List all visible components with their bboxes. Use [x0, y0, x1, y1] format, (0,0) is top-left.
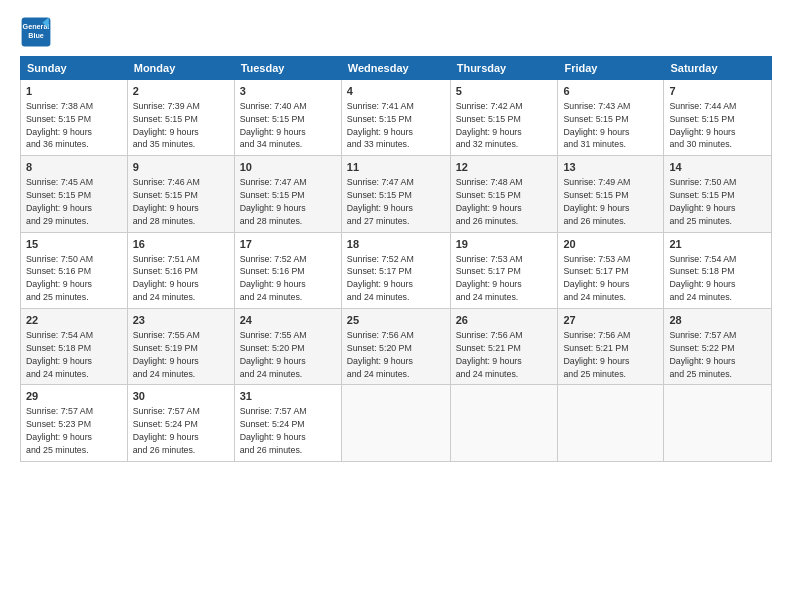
day-cell: 21Sunrise: 7:54 AM Sunset: 5:18 PM Dayli… — [664, 232, 772, 308]
day-cell: 5Sunrise: 7:42 AM Sunset: 5:15 PM Daylig… — [450, 80, 558, 156]
day-number: 26 — [456, 313, 553, 328]
day-cell: 17Sunrise: 7:52 AM Sunset: 5:16 PM Dayli… — [234, 232, 341, 308]
day-info: Sunrise: 7:56 AM Sunset: 5:21 PM Dayligh… — [563, 330, 630, 379]
day-info: Sunrise: 7:53 AM Sunset: 5:17 PM Dayligh… — [563, 254, 630, 303]
svg-text:Blue: Blue — [28, 31, 44, 40]
week-row-4: 22Sunrise: 7:54 AM Sunset: 5:18 PM Dayli… — [21, 309, 772, 385]
day-number: 3 — [240, 84, 336, 99]
day-number: 17 — [240, 237, 336, 252]
day-cell: 23Sunrise: 7:55 AM Sunset: 5:19 PM Dayli… — [127, 309, 234, 385]
week-row-1: 1Sunrise: 7:38 AM Sunset: 5:15 PM Daylig… — [21, 80, 772, 156]
day-info: Sunrise: 7:56 AM Sunset: 5:20 PM Dayligh… — [347, 330, 414, 379]
day-number: 10 — [240, 160, 336, 175]
day-number: 8 — [26, 160, 122, 175]
day-cell: 3Sunrise: 7:40 AM Sunset: 5:15 PM Daylig… — [234, 80, 341, 156]
day-info: Sunrise: 7:52 AM Sunset: 5:16 PM Dayligh… — [240, 254, 307, 303]
day-number: 4 — [347, 84, 445, 99]
header-row: SundayMondayTuesdayWednesdayThursdayFrid… — [21, 57, 772, 80]
day-info: Sunrise: 7:51 AM Sunset: 5:16 PM Dayligh… — [133, 254, 200, 303]
day-info: Sunrise: 7:53 AM Sunset: 5:17 PM Dayligh… — [456, 254, 523, 303]
page: General Blue SundayMondayTuesdayWednesda… — [0, 0, 792, 612]
day-number: 14 — [669, 160, 766, 175]
day-info: Sunrise: 7:40 AM Sunset: 5:15 PM Dayligh… — [240, 101, 307, 150]
day-number: 24 — [240, 313, 336, 328]
day-info: Sunrise: 7:57 AM Sunset: 5:23 PM Dayligh… — [26, 406, 93, 455]
day-number: 5 — [456, 84, 553, 99]
day-cell: 4Sunrise: 7:41 AM Sunset: 5:15 PM Daylig… — [341, 80, 450, 156]
col-header-thursday: Thursday — [450, 57, 558, 80]
day-info: Sunrise: 7:50 AM Sunset: 5:15 PM Dayligh… — [669, 177, 736, 226]
day-number: 28 — [669, 313, 766, 328]
day-cell: 30Sunrise: 7:57 AM Sunset: 5:24 PM Dayli… — [127, 385, 234, 461]
day-info: Sunrise: 7:49 AM Sunset: 5:15 PM Dayligh… — [563, 177, 630, 226]
day-info: Sunrise: 7:44 AM Sunset: 5:15 PM Dayligh… — [669, 101, 736, 150]
day-cell: 6Sunrise: 7:43 AM Sunset: 5:15 PM Daylig… — [558, 80, 664, 156]
day-cell — [341, 385, 450, 461]
col-header-monday: Monday — [127, 57, 234, 80]
day-cell: 15Sunrise: 7:50 AM Sunset: 5:16 PM Dayli… — [21, 232, 128, 308]
calendar-table: SundayMondayTuesdayWednesdayThursdayFrid… — [20, 56, 772, 462]
day-cell: 16Sunrise: 7:51 AM Sunset: 5:16 PM Dayli… — [127, 232, 234, 308]
calendar-body: 1Sunrise: 7:38 AM Sunset: 5:15 PM Daylig… — [21, 80, 772, 462]
day-number: 18 — [347, 237, 445, 252]
day-info: Sunrise: 7:54 AM Sunset: 5:18 PM Dayligh… — [669, 254, 736, 303]
day-number: 9 — [133, 160, 229, 175]
day-number: 21 — [669, 237, 766, 252]
day-cell: 29Sunrise: 7:57 AM Sunset: 5:23 PM Dayli… — [21, 385, 128, 461]
day-cell: 12Sunrise: 7:48 AM Sunset: 5:15 PM Dayli… — [450, 156, 558, 232]
day-number: 6 — [563, 84, 658, 99]
header: General Blue — [20, 16, 772, 48]
day-cell: 9Sunrise: 7:46 AM Sunset: 5:15 PM Daylig… — [127, 156, 234, 232]
day-number: 13 — [563, 160, 658, 175]
week-row-3: 15Sunrise: 7:50 AM Sunset: 5:16 PM Dayli… — [21, 232, 772, 308]
day-number: 7 — [669, 84, 766, 99]
day-info: Sunrise: 7:48 AM Sunset: 5:15 PM Dayligh… — [456, 177, 523, 226]
day-number: 16 — [133, 237, 229, 252]
day-cell: 26Sunrise: 7:56 AM Sunset: 5:21 PM Dayli… — [450, 309, 558, 385]
day-number: 30 — [133, 389, 229, 404]
day-cell — [450, 385, 558, 461]
day-number: 23 — [133, 313, 229, 328]
day-number: 20 — [563, 237, 658, 252]
day-number: 19 — [456, 237, 553, 252]
day-info: Sunrise: 7:47 AM Sunset: 5:15 PM Dayligh… — [240, 177, 307, 226]
week-row-2: 8Sunrise: 7:45 AM Sunset: 5:15 PM Daylig… — [21, 156, 772, 232]
day-info: Sunrise: 7:55 AM Sunset: 5:20 PM Dayligh… — [240, 330, 307, 379]
day-cell — [664, 385, 772, 461]
day-number: 22 — [26, 313, 122, 328]
day-number: 15 — [26, 237, 122, 252]
day-cell: 1Sunrise: 7:38 AM Sunset: 5:15 PM Daylig… — [21, 80, 128, 156]
col-header-wednesday: Wednesday — [341, 57, 450, 80]
day-number: 25 — [347, 313, 445, 328]
day-cell: 2Sunrise: 7:39 AM Sunset: 5:15 PM Daylig… — [127, 80, 234, 156]
logo-icon: General Blue — [20, 16, 52, 48]
day-info: Sunrise: 7:38 AM Sunset: 5:15 PM Dayligh… — [26, 101, 93, 150]
day-number: 27 — [563, 313, 658, 328]
day-number: 29 — [26, 389, 122, 404]
day-number: 2 — [133, 84, 229, 99]
day-number: 31 — [240, 389, 336, 404]
day-info: Sunrise: 7:52 AM Sunset: 5:17 PM Dayligh… — [347, 254, 414, 303]
day-info: Sunrise: 7:55 AM Sunset: 5:19 PM Dayligh… — [133, 330, 200, 379]
logo: General Blue — [20, 16, 52, 48]
day-info: Sunrise: 7:43 AM Sunset: 5:15 PM Dayligh… — [563, 101, 630, 150]
day-info: Sunrise: 7:47 AM Sunset: 5:15 PM Dayligh… — [347, 177, 414, 226]
day-cell — [558, 385, 664, 461]
week-row-5: 29Sunrise: 7:57 AM Sunset: 5:23 PM Dayli… — [21, 385, 772, 461]
day-cell: 19Sunrise: 7:53 AM Sunset: 5:17 PM Dayli… — [450, 232, 558, 308]
day-cell: 13Sunrise: 7:49 AM Sunset: 5:15 PM Dayli… — [558, 156, 664, 232]
day-cell: 28Sunrise: 7:57 AM Sunset: 5:22 PM Dayli… — [664, 309, 772, 385]
day-cell: 25Sunrise: 7:56 AM Sunset: 5:20 PM Dayli… — [341, 309, 450, 385]
day-info: Sunrise: 7:57 AM Sunset: 5:24 PM Dayligh… — [240, 406, 307, 455]
col-header-friday: Friday — [558, 57, 664, 80]
col-header-tuesday: Tuesday — [234, 57, 341, 80]
day-cell: 11Sunrise: 7:47 AM Sunset: 5:15 PM Dayli… — [341, 156, 450, 232]
day-cell: 24Sunrise: 7:55 AM Sunset: 5:20 PM Dayli… — [234, 309, 341, 385]
day-number: 12 — [456, 160, 553, 175]
day-cell: 14Sunrise: 7:50 AM Sunset: 5:15 PM Dayli… — [664, 156, 772, 232]
day-info: Sunrise: 7:56 AM Sunset: 5:21 PM Dayligh… — [456, 330, 523, 379]
col-header-sunday: Sunday — [21, 57, 128, 80]
day-number: 1 — [26, 84, 122, 99]
day-cell: 31Sunrise: 7:57 AM Sunset: 5:24 PM Dayli… — [234, 385, 341, 461]
day-info: Sunrise: 7:54 AM Sunset: 5:18 PM Dayligh… — [26, 330, 93, 379]
